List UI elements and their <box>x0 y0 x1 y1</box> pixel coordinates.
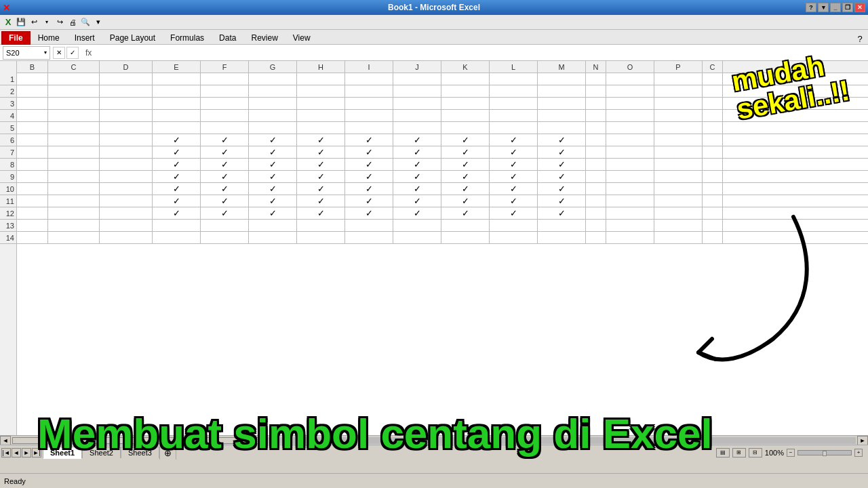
cell-p4[interactable] <box>654 110 703 121</box>
normal-view-button[interactable]: ▤ <box>716 448 730 458</box>
undo-dropdown-icon[interactable]: ▾ <box>41 17 52 28</box>
tab-data[interactable]: Data <box>212 31 243 44</box>
cell-l12[interactable]: ✓ <box>490 207 538 219</box>
cell-f3[interactable] <box>201 98 249 109</box>
ribbon-help-icon[interactable]: ? <box>854 33 865 44</box>
cell-c3[interactable] <box>48 98 100 109</box>
cell-d5[interactable] <box>100 122 153 134</box>
tab-view[interactable]: View <box>285 31 318 44</box>
cell-l3[interactable] <box>490 98 538 109</box>
sheet-tab-new[interactable]: ⊕ <box>159 446 176 460</box>
cell-f5[interactable] <box>201 122 249 134</box>
cell-n8[interactable] <box>586 159 606 170</box>
cell-n14[interactable] <box>586 232 606 243</box>
cell-h8[interactable]: ✓ <box>297 159 345 170</box>
cell-e5[interactable] <box>153 122 201 134</box>
cell-extra13[interactable] <box>703 220 723 231</box>
cell-o5[interactable] <box>606 122 654 134</box>
cell-d12[interactable] <box>100 207 153 219</box>
cell-i2[interactable] <box>345 85 393 97</box>
name-box-dropdown[interactable]: ▾ <box>44 49 47 56</box>
cell-n12[interactable] <box>586 207 606 219</box>
cell-c13[interactable] <box>48 220 100 231</box>
cell-h9[interactable]: ✓ <box>297 171 345 182</box>
row-header-13[interactable]: 13 <box>0 220 16 232</box>
cell-e6[interactable]: ✓ <box>153 134 201 146</box>
scrollbar-track[interactable] <box>12 437 856 444</box>
cell-b1[interactable] <box>17 73 48 85</box>
cell-d1[interactable] <box>100 73 153 85</box>
cell-b4[interactable] <box>17 110 48 121</box>
cell-m3[interactable] <box>538 98 586 109</box>
cell-e12[interactable]: ✓ <box>153 207 201 219</box>
cell-i1[interactable] <box>345 73 393 85</box>
cell-c6[interactable] <box>48 134 100 146</box>
tab-review[interactable]: Review <box>243 31 285 44</box>
cell-b12[interactable] <box>17 207 48 219</box>
cell-c11[interactable] <box>48 195 100 207</box>
cell-extra3[interactable] <box>703 98 723 109</box>
cell-o9[interactable] <box>606 171 654 182</box>
cell-i12[interactable]: ✓ <box>345 207 393 219</box>
cell-n2[interactable] <box>586 85 606 97</box>
cell-b9[interactable] <box>17 171 48 182</box>
cell-d9[interactable] <box>100 171 153 182</box>
cell-o2[interactable] <box>606 85 654 97</box>
cell-e14[interactable] <box>153 232 201 243</box>
cell-n9[interactable] <box>586 171 606 182</box>
sheet-tab-sheet1[interactable]: Sheet1 <box>43 447 82 459</box>
cell-m10[interactable]: ✓ <box>538 183 586 195</box>
cell-e10[interactable]: ✓ <box>153 183 201 195</box>
cell-n13[interactable] <box>586 220 606 231</box>
cell-n3[interactable] <box>586 98 606 109</box>
cell-i14[interactable] <box>345 232 393 243</box>
cell-n11[interactable] <box>586 195 606 207</box>
undo-icon[interactable]: ↩ <box>28 17 39 28</box>
sheet-tab-sheet3[interactable]: Sheet3 <box>121 447 159 458</box>
cell-l13[interactable] <box>490 220 538 231</box>
cell-f1[interactable] <box>201 73 249 85</box>
tab-file[interactable]: File <box>1 31 31 45</box>
cell-f9[interactable]: ✓ <box>201 171 249 182</box>
col-header-extra[interactable]: C <box>703 61 723 73</box>
cell-b3[interactable] <box>17 98 48 109</box>
cell-b13[interactable] <box>17 220 48 231</box>
cell-b14[interactable] <box>17 232 48 243</box>
cell-g9[interactable]: ✓ <box>249 171 297 182</box>
cell-h12[interactable]: ✓ <box>297 207 345 219</box>
cell-i10[interactable]: ✓ <box>345 183 393 195</box>
preview-icon[interactable]: 🔍 <box>80 17 91 28</box>
cell-j4[interactable] <box>393 110 441 121</box>
cell-d11[interactable] <box>100 195 153 207</box>
row-header-4[interactable]: 4 <box>0 110 16 122</box>
cell-extra4[interactable] <box>703 110 723 121</box>
tab-insert[interactable]: Insert <box>67 31 102 44</box>
cell-n10[interactable] <box>586 183 606 195</box>
horizontal-scrollbar[interactable]: ◄ ► <box>0 435 868 445</box>
cell-j14[interactable] <box>393 232 441 243</box>
row-header-2[interactable]: 2 <box>0 85 16 98</box>
col-header-l[interactable]: L <box>490 61 538 73</box>
restore-button[interactable]: ❐ <box>842 3 853 12</box>
col-header-o[interactable]: O <box>606 61 654 73</box>
cell-i3[interactable] <box>345 98 393 109</box>
cell-k5[interactable] <box>441 122 490 134</box>
cell-h14[interactable] <box>297 232 345 243</box>
cell-extra1[interactable] <box>703 73 723 85</box>
cell-j2[interactable] <box>393 85 441 97</box>
cell-p11[interactable] <box>654 195 703 207</box>
cell-l7[interactable]: ✓ <box>490 146 538 158</box>
formula-input[interactable] <box>97 46 865 60</box>
row-header-3[interactable]: 3 <box>0 98 16 110</box>
cell-h11[interactable]: ✓ <box>297 195 345 207</box>
cell-i7[interactable]: ✓ <box>345 146 393 158</box>
cell-d14[interactable] <box>100 232 153 243</box>
row-header-14[interactable]: 14 <box>0 232 16 244</box>
cell-b10[interactable] <box>17 183 48 195</box>
cell-h10[interactable]: ✓ <box>297 183 345 195</box>
cell-f6[interactable]: ✓ <box>201 134 249 146</box>
cell-i5[interactable] <box>345 122 393 134</box>
cell-e13[interactable] <box>153 220 201 231</box>
cell-d13[interactable] <box>100 220 153 231</box>
col-header-f[interactable]: F <box>201 61 249 73</box>
